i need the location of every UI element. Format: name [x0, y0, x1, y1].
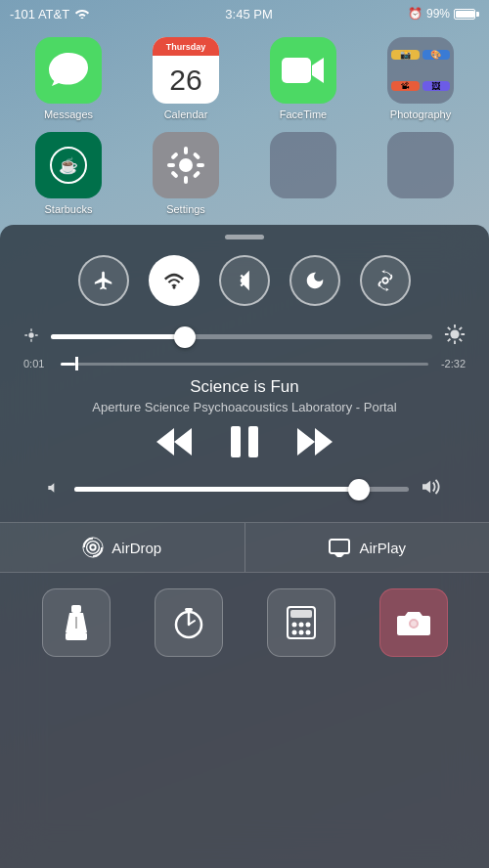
wifi-icon [74, 7, 90, 22]
volume-high-icon [421, 478, 442, 500]
photography-label: Photography [390, 108, 451, 120]
app-settings[interactable]: Settings [137, 132, 235, 215]
svg-marker-34 [297, 428, 315, 456]
alarm-icon: ⏰ [408, 7, 422, 21]
volume-low-icon [47, 480, 63, 499]
services-row: AirDrop AirPlay [0, 522, 489, 573]
svg-marker-30 [174, 428, 192, 456]
svg-line-27 [460, 339, 463, 342]
music-progress-track[interactable] [61, 363, 428, 366]
calendar-label: Calendar [164, 108, 208, 120]
wifi-button[interactable] [149, 255, 200, 306]
airdrop-button[interactable]: AirDrop [0, 523, 245, 572]
music-title: Science is Fun [23, 377, 466, 397]
status-time: 3:45 PM [225, 7, 272, 22]
rotation-lock-button[interactable] [360, 255, 411, 306]
shortcuts-row [0, 573, 489, 673]
svg-marker-37 [422, 481, 430, 494]
svg-rect-1 [282, 58, 311, 83]
app-starbucks[interactable]: ☕ Starbucks [20, 132, 117, 215]
svg-point-55 [291, 630, 296, 635]
status-left: -101 AT&T [10, 7, 90, 22]
svg-rect-5 [184, 147, 188, 154]
svg-rect-41 [330, 540, 349, 553]
music-progress: 0:01 -2:32 [23, 358, 466, 369]
app-calendar[interactable]: Thursday 26 Calendar [137, 37, 235, 120]
svg-point-0 [81, 17, 84, 19]
svg-point-54 [305, 623, 310, 628]
svg-marker-36 [48, 483, 54, 492]
svg-line-29 [448, 339, 451, 342]
svg-point-4 [179, 158, 193, 172]
volume-fill [74, 487, 359, 492]
facetime-icon [270, 37, 336, 104]
photography-icon: 📸 🎨 📽 🖼 [387, 37, 454, 104]
brightness-high-icon [444, 324, 466, 350]
rewind-button[interactable] [156, 428, 192, 462]
volume-track[interactable] [74, 487, 409, 492]
svg-rect-32 [231, 426, 241, 457]
svg-point-52 [291, 623, 296, 628]
mini-app-4: 🖼 [422, 81, 451, 91]
svg-rect-43 [71, 605, 81, 613]
airplane-mode-button[interactable] [78, 255, 129, 306]
camera-button[interactable] [379, 588, 448, 657]
brightness-track[interactable] [51, 334, 432, 339]
app-folder-3[interactable] [254, 132, 352, 215]
app-row-2: ☕ Starbucks [10, 132, 479, 215]
mini-app-2: 🎨 [422, 50, 451, 60]
pull-handle[interactable] [0, 225, 489, 247]
svg-text:☕: ☕ [59, 156, 78, 175]
battery-icon [454, 9, 479, 20]
bluetooth-button[interactable] [219, 255, 270, 306]
do-not-disturb-button[interactable] [289, 255, 340, 306]
timer-button[interactable] [155, 588, 223, 657]
status-right: ⏰ 99% [408, 7, 479, 21]
app-facetime[interactable]: FaceTime [254, 37, 352, 120]
brightness-section [0, 320, 489, 356]
brightness-fill [51, 334, 185, 339]
messages-label: Messages [44, 108, 93, 120]
volume-thumb[interactable] [348, 479, 370, 500]
svg-marker-31 [156, 428, 174, 456]
svg-point-21 [450, 329, 459, 338]
music-progress-cursor [75, 357, 78, 370]
status-bar: -101 AT&T 3:45 PM ⏰ 99% [0, 0, 489, 27]
calendar-icon: Thursday 26 [153, 37, 219, 104]
svg-point-13 [173, 286, 176, 289]
music-remaining-time: -2:32 [436, 358, 466, 369]
settings-label: Settings [166, 203, 205, 215]
mini-app-1: 📸 [391, 50, 420, 60]
music-controls [23, 426, 466, 464]
svg-rect-33 [248, 426, 258, 457]
pause-button[interactable] [231, 426, 258, 464]
svg-point-38 [91, 544, 97, 550]
carrier-label: -101 AT&T [10, 7, 69, 22]
app-folder-4[interactable] [372, 132, 469, 215]
brightness-low-icon [23, 327, 39, 346]
svg-point-53 [298, 623, 303, 628]
mini-app-3: 📽 [391, 81, 420, 91]
app-messages[interactable]: Messages [20, 37, 117, 120]
handle-bar [225, 235, 264, 239]
starbucks-label: Starbucks [45, 203, 93, 215]
calculator-button[interactable] [267, 588, 335, 657]
app-photography[interactable]: 📸 🎨 📽 🖼 Photography [372, 37, 469, 120]
svg-rect-12 [193, 170, 200, 178]
svg-rect-6 [184, 176, 188, 184]
calendar-day: Thursday [153, 37, 219, 56]
svg-point-57 [305, 630, 310, 635]
svg-rect-10 [193, 152, 200, 159]
music-section: 0:01 -2:32 Science is Fun Aperture Scien… [0, 356, 489, 522]
brightness-thumb[interactable] [174, 326, 196, 348]
settings-icon [153, 132, 219, 198]
svg-rect-51 [290, 610, 312, 618]
svg-rect-49 [185, 608, 193, 611]
music-artist: Aperture Science Psychoacoustics Laborat… [23, 400, 466, 414]
flashlight-button[interactable] [42, 588, 111, 657]
svg-marker-35 [315, 428, 333, 456]
facetime-label: FaceTime [280, 108, 328, 120]
fast-forward-button[interactable] [297, 428, 333, 462]
svg-rect-44 [66, 632, 87, 640]
airplay-button[interactable]: AirPlay [245, 523, 490, 572]
